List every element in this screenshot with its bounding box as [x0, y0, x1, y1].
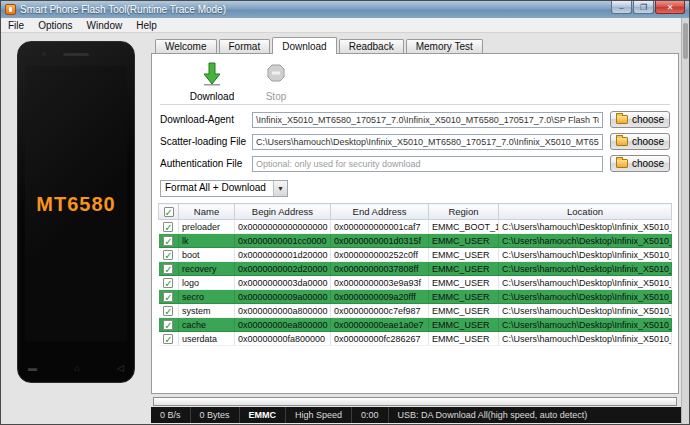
- table-cell-location: C:\Users\hamouch\Desktop\Infinix_X5010_M…: [499, 304, 672, 318]
- row-checkbox[interactable]: ✓: [163, 278, 173, 288]
- status-connection: USB: DA Download All(high speed, auto de…: [389, 407, 688, 423]
- progress-bar: [153, 397, 677, 406]
- row-checkbox[interactable]: ✓: [163, 320, 173, 330]
- col-header-region[interactable]: Region: [429, 204, 499, 220]
- scatter-file-choose-button[interactable]: choose: [610, 133, 670, 150]
- col-header-end[interactable]: End Address: [331, 204, 429, 220]
- table-row[interactable]: ✓boot0x0000000001d200000x000000000252c0f…: [159, 248, 672, 262]
- table-cell-location: C:\Users\hamouch\Desktop\Infinix_X5010_M…: [499, 262, 672, 276]
- table-row[interactable]: ✓lk0x0000000001cc00000x0000000001d0315fE…: [159, 234, 672, 248]
- tab-readback[interactable]: Readback: [339, 39, 404, 54]
- download-button[interactable]: Download: [180, 62, 244, 102]
- table-cell-location: C:\Users\hamouch\Desktop\Infinix_X5010_M…: [499, 276, 672, 290]
- auth-file-choose-button[interactable]: choose: [610, 155, 670, 172]
- status-bytes: 0 Bytes: [191, 407, 240, 423]
- table-cell-name: recovery: [179, 262, 235, 276]
- table-cell-check: ✓: [159, 290, 179, 304]
- menu-help[interactable]: Help: [129, 20, 164, 31]
- window-controls: – ❐ ✕: [610, 1, 685, 14]
- table-cell-begin: 0x0000000002d20000: [235, 262, 331, 276]
- table-cell-name: userdata: [179, 332, 235, 346]
- stop-button[interactable]: Stop: [244, 62, 308, 102]
- tab-memory-test[interactable]: Memory Test: [406, 39, 483, 54]
- table-cell-region: EMMC_USER: [429, 290, 499, 304]
- auth-file-input[interactable]: [252, 156, 603, 172]
- tab-welcome[interactable]: Welcome: [155, 39, 217, 54]
- maximize-button[interactable]: ❐: [633, 1, 654, 14]
- scatter-file-row: Scatter-loading File choose: [160, 133, 670, 150]
- scrollbar-thumb[interactable]: [683, 23, 688, 59]
- window-scrollbar[interactable]: [681, 18, 689, 424]
- table-cell-location: C:\Users\hamouch\Desktop\Infinix_X5010_M…: [499, 290, 672, 304]
- phone-home-key: ⌂: [74, 363, 79, 373]
- select-all-header: ✓: [159, 204, 179, 220]
- row-checkbox[interactable]: ✓: [163, 222, 173, 232]
- table-cell-begin: 0x0000000001d20000: [235, 248, 331, 262]
- table-cell-begin: 0x0000000001cc0000: [235, 234, 331, 248]
- row-checkbox[interactable]: ✓: [163, 306, 173, 316]
- table-cell-check: ✓: [159, 276, 179, 290]
- table-row[interactable]: ✓recovery0x0000000002d200000x00000000037…: [159, 262, 672, 276]
- tab-format[interactable]: Format: [219, 39, 271, 54]
- phone-camera-dot: [42, 52, 46, 56]
- download-agent-input[interactable]: [252, 112, 603, 128]
- table-row[interactable]: ✓secro0x0000000009a000000x0000000009a20f…: [159, 290, 672, 304]
- table-cell-begin: 0x0000000003da0000: [235, 276, 331, 290]
- action-toolbar: Download Stop: [158, 60, 672, 104]
- select-all-checkbox[interactable]: ✓: [164, 207, 174, 217]
- tab-download[interactable]: Download: [272, 37, 336, 54]
- row-checkbox[interactable]: ✓: [163, 264, 173, 274]
- close-button[interactable]: ✕: [655, 1, 685, 14]
- table-cell-end: 0x0000000003e9a93f: [331, 276, 429, 290]
- col-header-name[interactable]: Name: [179, 204, 235, 220]
- row-checkbox[interactable]: ✓: [163, 250, 173, 260]
- app-icon: [5, 4, 16, 15]
- table-cell-location: C:\Users\hamouch\Desktop\Infinix_X5010_M…: [499, 318, 672, 332]
- table-header-row: ✓ Name Begin Address End Address Region …: [159, 204, 672, 220]
- tab-strip: Welcome Format Download Readback Memory …: [151, 37, 679, 54]
- table-cell-name: cache: [179, 318, 235, 332]
- table-cell-check: ✓: [159, 318, 179, 332]
- scatter-file-input[interactable]: [252, 134, 603, 150]
- phone-image: MT6580 ▬ ⌂ ◁: [17, 41, 135, 383]
- table-cell-end: 0x0000000009a20fff: [331, 290, 429, 304]
- partition-table-body: ✓preloader0x00000000000000000x0000000000…: [159, 220, 672, 346]
- table-row[interactable]: ✓preloader0x00000000000000000x0000000000…: [159, 220, 672, 234]
- table-cell-check: ✓: [159, 220, 179, 234]
- table-cell-end: 0x0000000001d0315f: [331, 234, 429, 248]
- table-cell-region: EMMC_USER: [429, 318, 499, 332]
- menu-window[interactable]: Window: [80, 20, 130, 31]
- table-row[interactable]: ✓logo0x0000000003da00000x0000000003e9a93…: [159, 276, 672, 290]
- row-checkbox[interactable]: ✓: [163, 236, 173, 246]
- menu-file[interactable]: File: [1, 20, 31, 31]
- table-cell-name: boot: [179, 248, 235, 262]
- row-checkbox[interactable]: ✓: [163, 334, 173, 344]
- download-agent-choose-button[interactable]: choose: [610, 111, 670, 128]
- col-header-begin[interactable]: Begin Address: [235, 204, 331, 220]
- download-agent-row: Download-Agent choose: [160, 111, 670, 128]
- auth-file-label: Authentication File: [160, 158, 252, 169]
- table-row[interactable]: ✓cache0x00000000ea8000000x00000000eae1a0…: [159, 318, 672, 332]
- row-checkbox[interactable]: ✓: [163, 292, 173, 302]
- toolbar-separator: [160, 104, 670, 105]
- col-header-location[interactable]: Location: [499, 204, 672, 220]
- download-button-label: Download: [190, 91, 234, 102]
- table-cell-end: 0x00000000037808ff: [331, 262, 429, 276]
- table-cell-end: 0x00000000eae1a0e7: [331, 318, 429, 332]
- folder-icon: [616, 137, 628, 146]
- table-cell-region: EMMC_USER: [429, 248, 499, 262]
- download-agent-label: Download-Agent: [160, 114, 252, 125]
- table-row[interactable]: ✓userdata0x00000000fa8000000x00000000fc2…: [159, 332, 672, 346]
- stop-icon: [266, 62, 286, 90]
- table-cell-begin: 0x000000000a800000: [235, 304, 331, 318]
- download-tab-panel: Download Stop Download-Agent choose: [151, 53, 679, 394]
- menu-options[interactable]: Options: [31, 20, 79, 31]
- table-cell-end: 0x00000000fc286267: [331, 332, 429, 346]
- table-cell-name: secro: [179, 290, 235, 304]
- format-mode-dropdown[interactable]: Format All + Download ▼: [160, 180, 288, 197]
- table-row[interactable]: ✓system0x000000000a8000000x000000000c7ef…: [159, 304, 672, 318]
- table-cell-check: ✓: [159, 262, 179, 276]
- minimize-button[interactable]: –: [611, 1, 632, 14]
- status-usb-speed: High Speed: [286, 407, 352, 423]
- table-cell-end: 0x000000000c7ef987: [331, 304, 429, 318]
